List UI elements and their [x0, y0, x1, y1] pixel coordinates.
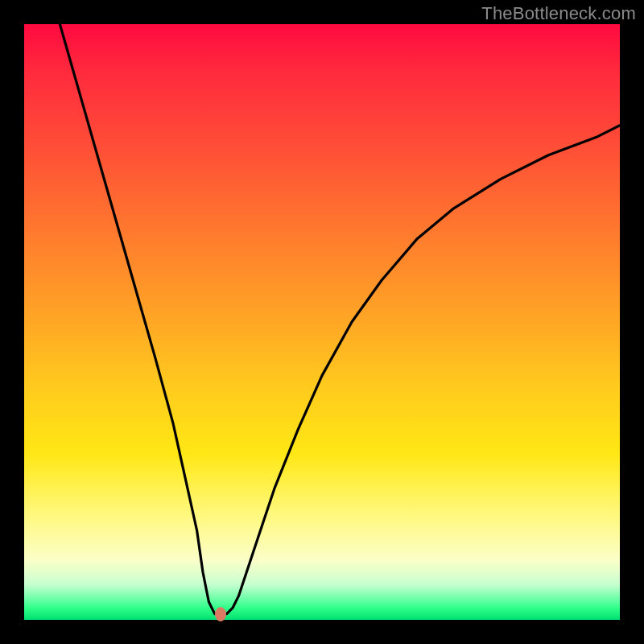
curve-svg [24, 24, 620, 620]
chart-frame: TheBottleneck.com [0, 0, 644, 644]
minimum-marker [215, 607, 226, 621]
plot-area [24, 24, 620, 620]
watermark-text: TheBottleneck.com [481, 3, 636, 24]
curve-line [60, 24, 620, 614]
